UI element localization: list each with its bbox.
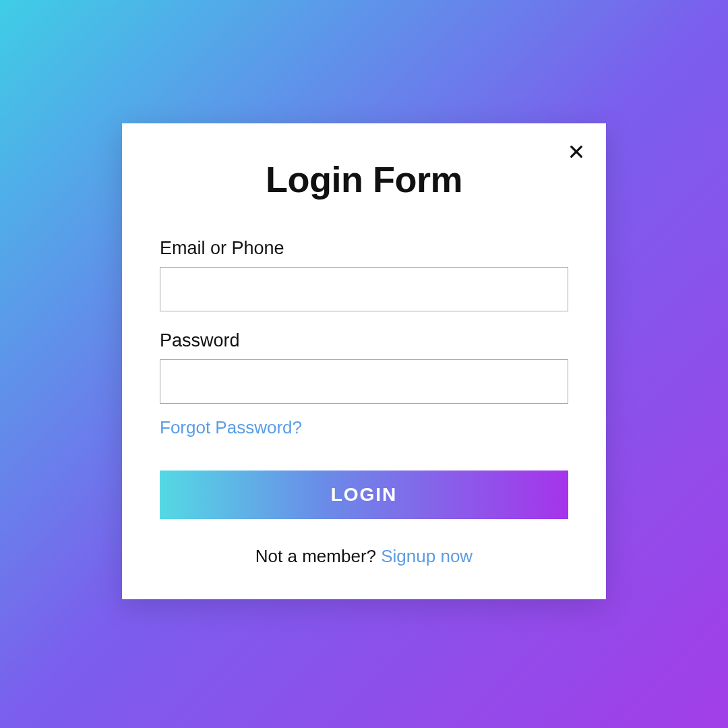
close-icon[interactable] xyxy=(567,142,586,161)
not-member-text: Not a member? xyxy=(255,546,381,566)
password-field-group: Password xyxy=(160,330,568,404)
login-card: Login Form Email or Phone Password Forgo… xyxy=(122,123,606,599)
login-button[interactable]: LOGIN xyxy=(160,471,568,519)
signup-link[interactable]: Signup now xyxy=(381,546,473,566)
email-field-group: Email or Phone xyxy=(160,238,568,311)
password-label: Password xyxy=(160,330,568,351)
footer-text: Not a member? Signup now xyxy=(160,546,568,567)
forgot-password-link[interactable]: Forgot Password? xyxy=(160,417,302,438)
form-title: Login Form xyxy=(160,158,568,200)
email-label: Email or Phone xyxy=(160,238,568,259)
email-input[interactable] xyxy=(160,267,568,311)
password-input[interactable] xyxy=(160,359,568,404)
